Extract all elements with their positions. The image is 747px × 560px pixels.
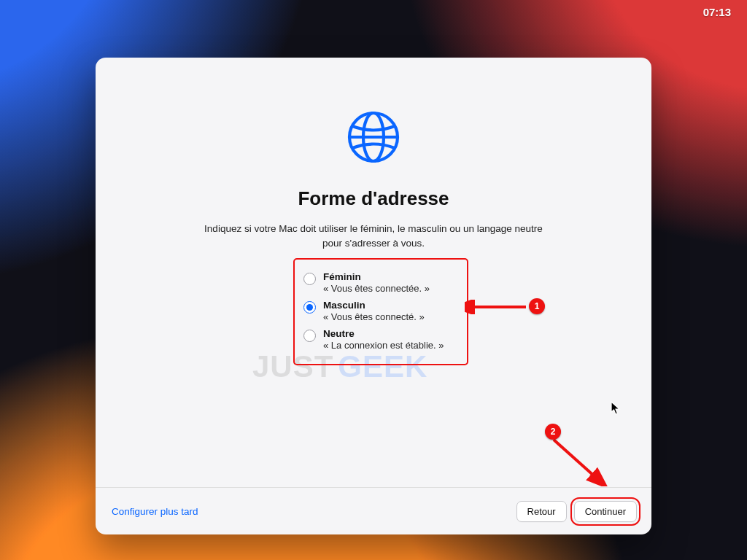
- radio-icon: [303, 301, 316, 314]
- annotation-badge-2: 2: [545, 424, 561, 440]
- address-form-radio-group: Féminin « Vous êtes connectée. » Masculi…: [293, 258, 468, 365]
- dialog-title: Forme d'adresse: [96, 187, 651, 210]
- option-label: Féminin: [323, 271, 430, 282]
- back-button[interactable]: Retour: [516, 501, 567, 522]
- annotation-badge-1: 1: [529, 298, 545, 314]
- setup-dialog: Forme d'adresse Indiquez si votre Mac do…: [96, 58, 651, 534]
- annotation-arrow-1: [465, 300, 530, 314]
- option-neutre[interactable]: Neutre « La connexion est établie. »: [303, 328, 458, 351]
- option-masculin[interactable]: Masculin « Vous êtes connecté. »: [303, 300, 458, 322]
- option-label: Neutre: [323, 328, 444, 339]
- option-example: « Vous êtes connecté. »: [323, 311, 425, 322]
- option-example: « La connexion est établie. »: [323, 340, 444, 351]
- annotation-arrow-2: [549, 435, 608, 486]
- option-example: « Vous êtes connectée. »: [323, 283, 430, 294]
- svg-line-4: [554, 440, 596, 478]
- configure-later-link[interactable]: Configurer plus tard: [110, 503, 200, 520]
- globe-icon: [347, 110, 400, 167]
- dialog-body: Forme d'adresse Indiquez si votre Mac do…: [96, 58, 651, 487]
- option-feminin[interactable]: Féminin « Vous êtes connectée. »: [303, 271, 458, 294]
- radio-icon: [303, 330, 316, 342]
- menubar-clock: 07:13: [703, 6, 731, 18]
- cursor-icon: [611, 401, 621, 419]
- dialog-footer: Configurer plus tard Retour Continuer: [96, 487, 651, 534]
- option-label: Masculin: [323, 300, 425, 311]
- dialog-subtitle: Indiquez si votre Mac doit utiliser le f…: [202, 222, 545, 252]
- radio-icon: [303, 273, 316, 285]
- dialog-hero: Forme d'adresse Indiquez si votre Mac do…: [96, 110, 651, 252]
- continue-button[interactable]: Continuer: [574, 501, 637, 522]
